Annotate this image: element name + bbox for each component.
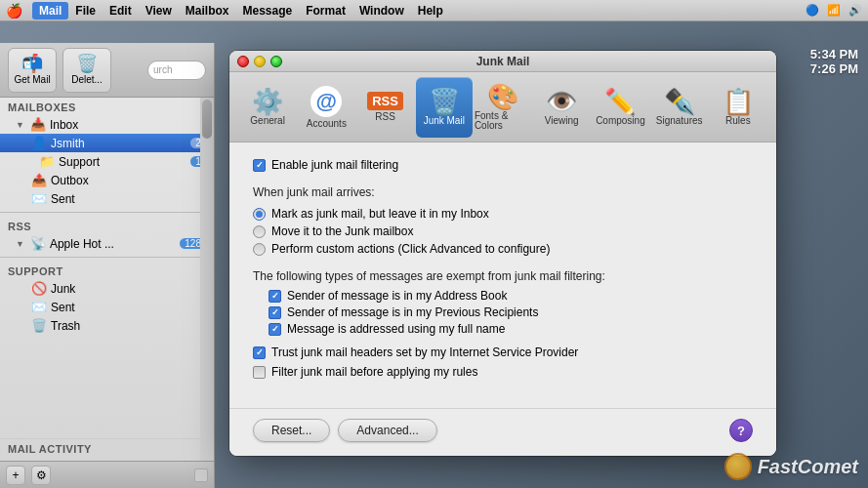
composing-tab-label: Composing <box>596 116 645 126</box>
sidebar-item-sent[interactable]: ✉️ Sent <box>0 189 214 208</box>
mailboxes-header: MAILBOXES <box>0 98 214 115</box>
exempt-full-name-checkbox[interactable] <box>269 323 281 336</box>
reset-button[interactable]: Reset... <box>253 419 330 442</box>
minimize-window-button[interactable] <box>254 56 266 67</box>
menu-mailbox[interactable]: Mailbox <box>179 2 236 20</box>
viewing-tab-label: Viewing <box>545 116 579 126</box>
outbox-icon: 📤 <box>31 173 47 187</box>
filter-before-rules-checkbox[interactable] <box>253 366 266 379</box>
trust-isp-label: Trust junk mail headers set by my Intern… <box>271 346 578 359</box>
inbox-icon: 📥 <box>30 117 46 132</box>
close-window-button[interactable] <box>237 56 249 67</box>
sidebar-item-junk[interactable]: 🚫 Junk <box>0 279 214 298</box>
support-label: Support <box>59 155 100 169</box>
outbox-label: Outbox <box>51 174 89 187</box>
menu-bar: 🍎 Mail File Edit View Mailbox Message Fo… <box>0 0 868 21</box>
inbox-label: Inbox <box>50 118 78 132</box>
radio-row-1: Mark as junk mail, but leave it in my In… <box>253 207 753 221</box>
tab-fonts-colors[interactable]: 🎨 Fonts & Colors <box>475 77 531 138</box>
menu-bar-right: 🔵 📶 🔊 <box>806 4 862 17</box>
sidebar-item-inbox[interactable]: ▼ 📥 Inbox <box>0 115 214 134</box>
tab-junk-mail[interactable]: 🗑️ Junk Mail <box>416 77 473 138</box>
sent2-label: Sent <box>51 301 75 314</box>
exempt-row-3: Message is addressed using my full name <box>269 322 753 336</box>
scroll-thumb <box>202 100 212 139</box>
tab-rss[interactable]: RSS RSS <box>356 77 413 138</box>
desktop: 📬 Get Mail 🗑️ Delet... urch MAILBOXES ▼ … <box>0 21 868 488</box>
search-placeholder: urch <box>153 64 172 75</box>
menu-file[interactable]: File <box>68 2 103 20</box>
tab-signatures[interactable]: ✒️ Signatures <box>651 77 708 138</box>
radio-move-junk[interactable] <box>253 225 266 238</box>
radio-custom-actions-label: Perform custom actions (Click Advanced t… <box>271 242 550 256</box>
exempt-address-book-checkbox[interactable] <box>269 290 281 303</box>
delete-icon: 🗑️ <box>76 55 98 72</box>
menu-message[interactable]: Message <box>236 2 300 20</box>
divider-2 <box>0 257 214 258</box>
exempt-row-2: Sender of message is in my Previous Reci… <box>269 305 753 319</box>
sidebar-item-sent2[interactable]: ✉️ Sent <box>0 298 214 316</box>
rss-label: Apple Hot ... <box>50 237 114 251</box>
get-mail-button[interactable]: 📬 Get Mail <box>8 48 57 93</box>
sidebar-item-support[interactable]: 📁 Support 1 <box>0 152 214 171</box>
accounts-tab-label: Accounts <box>307 119 347 129</box>
rss-tab-icon: RSS <box>367 92 403 110</box>
radio-custom-actions[interactable] <box>253 243 266 256</box>
support-header: SUPPORT <box>0 262 214 279</box>
enable-junk-row: Enable junk mail filtering <box>253 158 753 172</box>
trust-isp-checkbox[interactable] <box>253 346 266 359</box>
delete-label: Delet... <box>71 74 103 85</box>
sidebar-item-rss[interactable]: ▼ 📡 Apple Hot ... 128 <box>0 234 214 253</box>
left-button-group: Reset... Advanced... <box>253 419 437 442</box>
radio-row-2: Move it to the Junk mailbox <box>253 224 753 238</box>
jsmith-label: Jsmith <box>51 137 85 150</box>
tab-composing[interactable]: ✏️ Composing <box>592 77 648 138</box>
watermark-text: FastComet <box>758 456 858 478</box>
settings-button[interactable]: ⚙ <box>31 466 51 485</box>
advanced-button[interactable]: Advanced... <box>338 419 436 442</box>
resize-handle[interactable] <box>194 468 208 482</box>
tab-general[interactable]: ⚙️ General <box>239 77 296 138</box>
apple-menu[interactable]: 🍎 <box>6 3 22 19</box>
get-mail-label: Get Mail <box>14 74 50 85</box>
watermark-coin <box>724 453 752 480</box>
sent-icon: ✉️ <box>31 191 47 206</box>
menu-format[interactable]: Format <box>299 2 352 20</box>
divider-1 <box>0 212 214 213</box>
junk-mail-dialog: Junk Mail ⚙️ General @ Accounts RSS RSS … <box>229 51 776 456</box>
menu-edit[interactable]: Edit <box>103 2 139 20</box>
filter-before-rules-label: Filter junk mail before applying my rule… <box>271 365 477 379</box>
menu-help[interactable]: Help <box>411 2 450 20</box>
tab-viewing[interactable]: 👁️ Viewing <box>533 77 590 138</box>
support-icon: 📁 <box>39 154 55 169</box>
sidebar-item-trash[interactable]: 🗑️ Trash <box>0 316 214 335</box>
maximize-window-button[interactable] <box>270 56 282 67</box>
menu-window[interactable]: Window <box>352 2 411 20</box>
scroll-bar[interactable] <box>200 98 214 461</box>
tab-rules[interactable]: 📋 Rules <box>710 77 766 138</box>
jsmith-icon: 👤 <box>31 136 47 150</box>
add-mailbox-button[interactable]: + <box>6 466 25 485</box>
composing-tab-icon: ✏️ <box>604 89 636 114</box>
help-button[interactable]: ? <box>729 419 753 442</box>
watermark: FastComet <box>724 453 858 480</box>
rss-tab-label: RSS <box>375 112 395 122</box>
inbox-disclosure: ▼ <box>16 120 24 130</box>
enable-junk-checkbox[interactable] <box>253 159 266 172</box>
sidebar-item-jsmith[interactable]: 👤 Jsmith 2 <box>0 134 214 152</box>
exempt-prev-recipients-checkbox[interactable] <box>269 306 281 319</box>
traffic-lights <box>237 56 282 67</box>
exempt-prev-recipients-label: Sender of message is in my Previous Reci… <box>287 305 538 319</box>
get-mail-icon: 📬 <box>21 55 43 72</box>
sidebar-item-outbox[interactable]: 📤 Outbox <box>0 171 214 189</box>
radio-mark-junk[interactable] <box>253 208 266 221</box>
search-bar[interactable]: urch <box>147 61 206 80</box>
signatures-tab-label: Signatures <box>656 116 703 126</box>
rss-disclosure: ▼ <box>16 239 24 249</box>
tab-accounts[interactable]: @ Accounts <box>298 77 354 138</box>
fonts-colors-tab-icon: 🎨 <box>487 84 518 109</box>
dialog-buttons: Reset... Advanced... ? <box>229 408 776 456</box>
delete-button[interactable]: 🗑️ Delet... <box>62 48 111 93</box>
menu-view[interactable]: View <box>139 2 179 20</box>
menu-mail[interactable]: Mail <box>32 2 68 20</box>
